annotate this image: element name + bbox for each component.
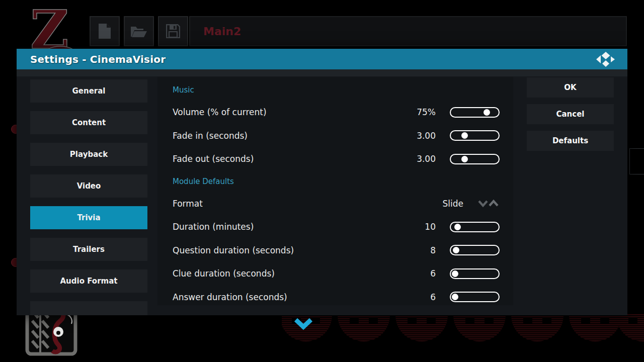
setting-row[interactable]: Duration (minutes)10: [157, 215, 513, 239]
dialog-titlebar: Settings - CinemaVisior: [17, 49, 627, 69]
slider-knob[interactable]: [461, 132, 468, 139]
setting-slider[interactable]: [450, 130, 500, 141]
setting-slider[interactable]: [450, 107, 500, 118]
setting-row[interactable]: Question duration (seconds)8: [157, 239, 513, 262]
slider-knob[interactable]: [452, 270, 458, 277]
setting-label: Fade out (seconds): [173, 154, 417, 164]
slider-knob[interactable]: [461, 156, 468, 162]
category-label: Content: [72, 118, 106, 127]
setting-value: 10: [425, 222, 436, 232]
slider-knob[interactable]: [452, 294, 458, 300]
setting-value: 3.00: [417, 154, 436, 164]
sidebar-category-trailers[interactable]: Trailers: [30, 238, 147, 261]
setting-row[interactable]: Answer duration (seconds)6: [157, 286, 513, 309]
open-folder-icon: [130, 25, 147, 38]
setting-label: Volume (% of current): [173, 107, 417, 117]
ok-button[interactable]: OK: [527, 77, 614, 98]
sidebar-category-video[interactable]: Video: [30, 174, 147, 198]
settings-dialog: Settings - CinemaVisior GeneralContentPl…: [17, 49, 627, 315]
setting-slider[interactable]: [450, 222, 500, 232]
button-label: Defaults: [552, 136, 588, 145]
slider-knob[interactable]: [453, 247, 459, 253]
save-icon: [166, 24, 180, 38]
section-heading: Module Defaults: [157, 171, 513, 192]
slider-knob[interactable]: [484, 109, 490, 116]
setting-row[interactable]: Clue duration (seconds)6: [157, 262, 513, 286]
setting-spinner[interactable]: [477, 199, 500, 208]
setting-row[interactable]: Volume (% of current)75%: [157, 101, 513, 124]
category-label: General: [72, 86, 106, 96]
open-file-button[interactable]: [124, 16, 154, 46]
sidebar-category-partial[interactable]: [30, 301, 147, 315]
settings-panel: MusicVolume (% of current)75%Fade in (se…: [157, 77, 513, 305]
setting-label: Format: [173, 199, 443, 209]
dialog-title: Settings - CinemaVisior: [30, 53, 166, 65]
setting-slider[interactable]: [450, 292, 500, 302]
new-file-icon: [98, 23, 112, 39]
category-label: Audio Format: [60, 277, 118, 286]
slider-knob[interactable]: [454, 224, 461, 230]
cancel-button[interactable]: Cancel: [527, 104, 614, 124]
setting-value: 3.00: [417, 131, 436, 141]
background-edge-box: [629, 148, 644, 174]
setting-value: 75%: [417, 107, 436, 117]
setting-row[interactable]: Fade out (seconds)3.00: [157, 147, 513, 171]
sidebar-category-general[interactable]: General: [30, 79, 147, 103]
button-label: OK: [564, 83, 576, 92]
setting-label: Fade in (seconds): [173, 131, 417, 141]
setting-label: Answer duration (seconds): [173, 292, 430, 302]
setting-slider[interactable]: [450, 154, 500, 164]
setting-value: 6: [430, 292, 436, 302]
new-file-button[interactable]: [90, 16, 120, 46]
setting-row[interactable]: FormatSlide: [157, 192, 513, 216]
sidebar-category-content[interactable]: Content: [30, 111, 147, 134]
section-heading: Music: [157, 79, 513, 101]
dialog-actions: OKCancelDefaults: [527, 77, 614, 157]
setting-label: Clue duration (seconds): [173, 268, 430, 279]
save-file-button[interactable]: [158, 16, 188, 46]
background-scanlines: [282, 314, 644, 362]
filename-value: Main2: [203, 25, 241, 38]
category-label: Trailers: [73, 245, 105, 254]
setting-slider[interactable]: [450, 245, 500, 255]
setting-row[interactable]: Fade in (seconds)3.00: [157, 124, 513, 148]
setting-label: Question duration (seconds): [173, 245, 430, 255]
chevron-down-icon: [479, 201, 487, 206]
defaults-button[interactable]: Defaults: [527, 131, 614, 151]
setting-label: Duration (minutes): [173, 222, 425, 232]
kodi-logo-icon: [596, 52, 615, 67]
button-label: Cancel: [556, 110, 584, 119]
sidebar-category-playback[interactable]: Playback: [30, 143, 147, 166]
category-label: Video: [77, 182, 101, 191]
svg-text:Z: Z: [30, 4, 69, 50]
setting-value: Slide: [443, 199, 464, 209]
filename-field[interactable]: Main2: [189, 16, 627, 46]
setting-value: 6: [430, 268, 436, 279]
category-label: Playback: [70, 150, 108, 159]
dialog-top-strip: [17, 69, 627, 76]
chevron-up-icon: [490, 201, 498, 206]
sidebar-category-trivia[interactable]: Trivia: [30, 206, 147, 229]
setting-value: 8: [430, 245, 436, 255]
category-sidebar: GeneralContentPlaybackVideoTriviaTrailer…: [30, 79, 147, 315]
sidebar-category-audio-format[interactable]: Audio Format: [30, 269, 147, 293]
category-label: Trivia: [77, 213, 100, 222]
setting-slider[interactable]: [450, 268, 500, 279]
scroll-down-chevron-icon[interactable]: [293, 317, 313, 331]
